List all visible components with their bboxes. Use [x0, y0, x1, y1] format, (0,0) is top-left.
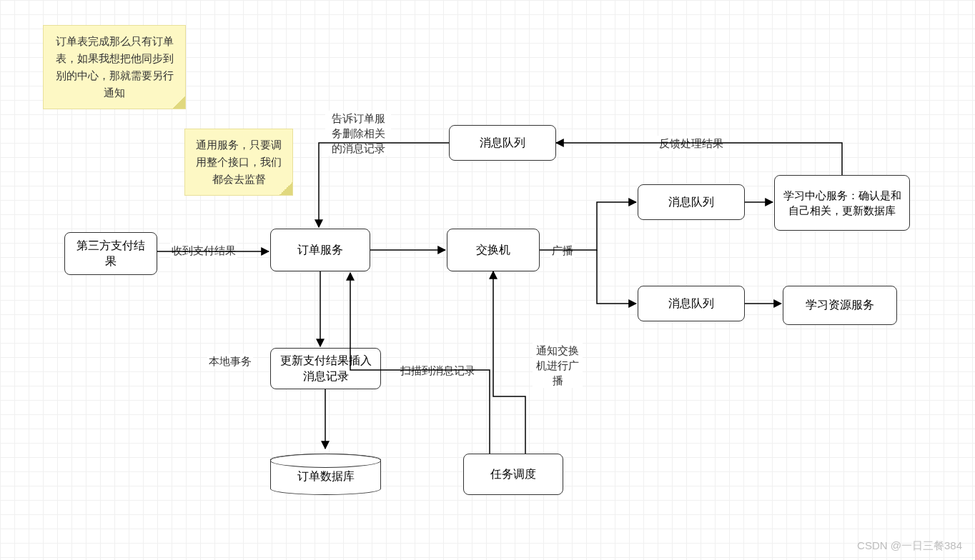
node-order-service: 订单服务 — [270, 229, 370, 271]
node-mq-mid: 消息队列 — [638, 184, 745, 220]
watermark: CSDN @一日三餐384 — [857, 539, 962, 553]
note-order-sync: 订单表完成那么只有订单表，如果我想把他同步到别的中心，那就需要另行通知 — [43, 25, 186, 109]
node-mq-top: 消息队列 — [449, 125, 556, 161]
node-task-scheduler: 任务调度 — [463, 454, 563, 495]
node-third-party-pay: 第三方支付结果 — [64, 232, 157, 275]
label-notify-broadcast: 通知交换机进行广播 — [533, 343, 583, 388]
node-learning-resource: 学习资源服务 — [783, 286, 897, 325]
node-mq-bot: 消息队列 — [638, 286, 745, 321]
label-broadcast: 广播 — [550, 243, 575, 258]
node-update-pay-result: 更新支付结果插入消息记录 — [270, 348, 381, 389]
label-receive-pay: 收到支付结果 — [170, 243, 237, 258]
label-local-tx: 本地事务 — [207, 354, 253, 369]
node-learning-center: 学习中心服务：确认是和自己相关，更新数据库 — [774, 175, 910, 231]
node-exchange: 交换机 — [447, 229, 540, 271]
label-feedback: 反馈处理结果 — [658, 136, 725, 151]
label-scan-msg: 扫描到消息记录 — [399, 363, 477, 378]
note-common-service: 通用服务，只要调用整个接口，我们都会去监督 — [184, 129, 293, 196]
node-order-db: 订单数据库 — [270, 454, 381, 495]
label-delete-msg: 告诉订单服务删除相关的消息记录 — [325, 111, 391, 156]
